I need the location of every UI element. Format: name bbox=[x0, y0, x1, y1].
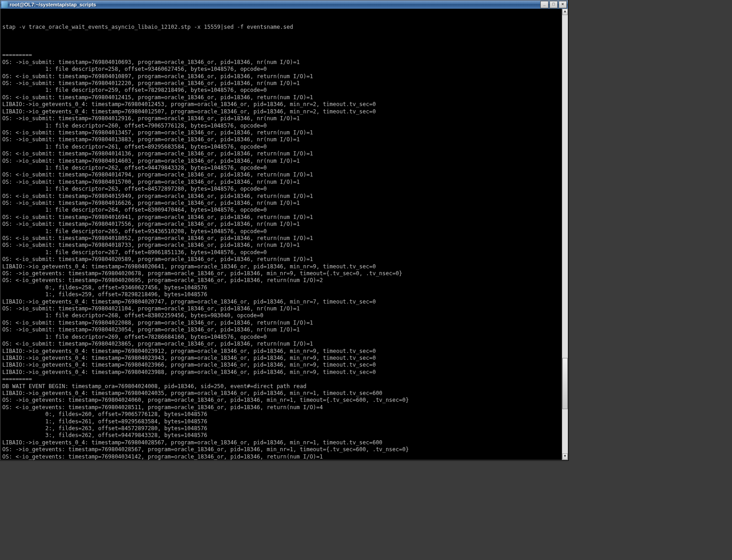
output-line: OS: <-io_submit: timestamp=769804023865,… bbox=[2, 341, 560, 347]
output-line: 2:, fildes=263, offset=84572897280, byte… bbox=[2, 425, 560, 432]
output-line: 1: file descriptor=262, offset=944798433… bbox=[2, 165, 560, 171]
output-line: 3:, fildes=262, offset=94479843328, byte… bbox=[2, 432, 560, 439]
minimize-button[interactable]: _ bbox=[540, 1, 549, 8]
output-line: 1: file descriptor=261, offset=892956835… bbox=[2, 144, 560, 150]
output-line: OS: ->io_submit: timestamp=769804021104,… bbox=[2, 305, 560, 312]
output-line: 1: file descriptor=259, offset=782982184… bbox=[2, 87, 560, 94]
output-line: OS: ->io_getevents: timestamp=7698040285… bbox=[2, 446, 560, 453]
maximize-button[interactable]: □ bbox=[549, 1, 558, 8]
output-line: OS: ->io_submit: timestamp=769804012220,… bbox=[2, 80, 560, 87]
output-line: OS: <-io_submit: timestamp=769804015949,… bbox=[2, 193, 560, 200]
scroll-up-arrow[interactable]: ▲ bbox=[562, 9, 568, 15]
output-line: OS: ->io_getevents: timestamp=7698040206… bbox=[2, 270, 560, 277]
output-line: LIBAIO:->io_getevents_0_4: timestamp=769… bbox=[2, 299, 560, 305]
output-line: LIBAIO:->io_getevents_0_4: timestamp=769… bbox=[2, 362, 560, 368]
output-line: OS: ->io_submit: timestamp=769804015700,… bbox=[2, 179, 560, 186]
output-line: OS: <-io_getevents: timestamp=7698040285… bbox=[2, 404, 560, 411]
output-line: OS: ->io_getevents: timestamp=7698040240… bbox=[2, 397, 560, 404]
output-line bbox=[2, 45, 560, 52]
output-line: 1: file descriptor=267, offset=890618511… bbox=[2, 249, 560, 256]
vertical-scrollbar[interactable]: ▲ ▼ bbox=[562, 9, 568, 460]
output-line: LIBAIO:->io_getevents_0_4: timestamp=769… bbox=[2, 355, 560, 362]
output-line: OS: <-io_getevents: timestamp=7698040341… bbox=[2, 453, 560, 460]
output-line: OS: <-io_submit: timestamp=769804014794,… bbox=[2, 171, 560, 178]
output-line: 1: file descriptor=258, offset=934606274… bbox=[2, 66, 560, 73]
output-line: LIBAIO:->io_getevents_0_4: timestamp=769… bbox=[2, 439, 560, 446]
output-line: OS: <-io_submit: timestamp=769804016941,… bbox=[2, 214, 560, 221]
output-line: OS: <-io_submit: timestamp=769804013457,… bbox=[2, 129, 560, 136]
output-line: ========= bbox=[2, 52, 560, 59]
output-line: OS: <-io_getevents: timestamp=7698040206… bbox=[2, 277, 560, 284]
output-line: DB WAIT EVENT BEGIN: timestamp_ora=76980… bbox=[2, 383, 560, 390]
output-line: OS: <-io_submit: timestamp=769804014136,… bbox=[2, 150, 560, 157]
output-line: OS: ->io_submit: timestamp=769804014603,… bbox=[2, 158, 560, 165]
output-line: OS: <-io_submit: timestamp=769804018052,… bbox=[2, 235, 560, 242]
output-line: LIBAIO:->io_getevents_0_4: timestamp=769… bbox=[2, 101, 560, 108]
output-line: OS: ->io_submit: timestamp=769804016626,… bbox=[2, 200, 560, 207]
output-line: 1: file descriptor=263, offset=845728972… bbox=[2, 186, 560, 192]
output-line: OS: ->io_submit: timestamp=769804012916,… bbox=[2, 115, 560, 122]
output-line: 1:, fildes=259, offset=78298218496, byte… bbox=[2, 291, 560, 298]
output-line: LIBAIO:->io_getevents_0_4: timestamp=769… bbox=[2, 390, 560, 397]
output-line: LIBAIO:->io_getevents_0_4: timestamp=769… bbox=[2, 369, 560, 376]
output-line: OS: <-io_submit: timestamp=769804022088,… bbox=[2, 320, 560, 326]
window-controls: _ □ × bbox=[540, 1, 567, 8]
output-line: OS: <-io_submit: timestamp=769804020589,… bbox=[2, 256, 560, 263]
output-line: LIBAIO:->io_getevents_0_4: timestamp=769… bbox=[2, 263, 560, 270]
close-button[interactable]: × bbox=[559, 1, 567, 8]
output-line: 0:, fildes=258, offset=93460627456, byte… bbox=[2, 284, 560, 291]
output-line: OS: ->io_submit: timestamp=769804013883,… bbox=[2, 136, 560, 143]
scroll-down-arrow[interactable]: ▼ bbox=[562, 453, 568, 460]
output-line: OS: <-io_submit: timestamp=769804010897,… bbox=[2, 73, 560, 80]
titlebar[interactable]: root@OL7:~/systemtap/stap_scripts _ □ × bbox=[0, 0, 568, 9]
output-line: OS: ->io_submit: timestamp=769804017556,… bbox=[2, 221, 560, 228]
output-line: 0:, fildes=260, offset=79065776128, byte… bbox=[2, 411, 560, 418]
scrollbar-thumb[interactable] bbox=[562, 358, 568, 409]
output-line: 1: file descriptor=260, offset=790657761… bbox=[2, 123, 560, 129]
output-line: 1: file descriptor=269, offset=782866841… bbox=[2, 334, 560, 341]
output-line: 1: file descriptor=265, offset=934365102… bbox=[2, 228, 560, 235]
terminal-content[interactable]: stap -v trace_oracle_wait_events_asyncio… bbox=[0, 9, 562, 460]
putty-icon bbox=[1, 1, 8, 8]
window-title: root@OL7:~/systemtap/stap_scripts bbox=[10, 2, 540, 7]
output-line: LIBAIO:->io_getevents_0_4: timestamp=769… bbox=[2, 348, 560, 355]
output-line: 1: file descriptor=268, offset=838022594… bbox=[2, 312, 560, 319]
output-line: OS: <-io_submit: timestamp=769804012415,… bbox=[2, 94, 560, 101]
output-line: ========= bbox=[2, 376, 560, 383]
output-line: OS: ->io_submit: timestamp=769804010693,… bbox=[2, 59, 560, 66]
scrollbar-track[interactable] bbox=[562, 15, 568, 453]
output-line: 1: file descriptor=264, offset=830094704… bbox=[2, 207, 560, 213]
output-line: 1:, fildes=261, offset=89295683584, byte… bbox=[2, 418, 560, 425]
output-line: LIBAIO:->io_getevents_0_4: timestamp=769… bbox=[2, 108, 560, 115]
output-lines: =========OS: ->io_submit: timestamp=7698… bbox=[2, 45, 560, 460]
command-line: stap -v trace_oracle_wait_events_asyncio… bbox=[2, 24, 560, 31]
terminal-window: root@OL7:~/systemtap/stap_scripts _ □ × … bbox=[0, 0, 568, 460]
output-line: OS: ->io_submit: timestamp=769804023054,… bbox=[2, 326, 560, 333]
output-line: OS: ->io_submit: timestamp=769804018733,… bbox=[2, 242, 560, 249]
